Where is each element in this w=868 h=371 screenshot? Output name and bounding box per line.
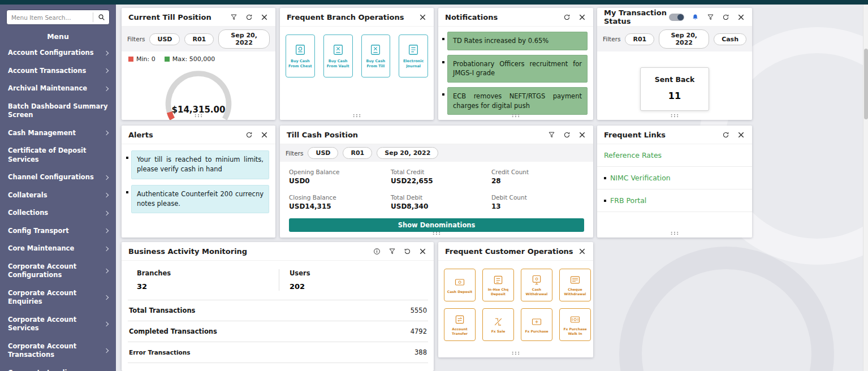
refresh-icon[interactable] <box>244 12 253 21</box>
link-nimc-verification[interactable]: NIMC Verification <box>597 167 752 189</box>
scrollbar[interactable] <box>863 5 868 371</box>
chevron-right-icon <box>104 68 109 73</box>
filter-icon[interactable] <box>706 12 715 21</box>
filter-till-id[interactable]: R01 <box>343 147 372 159</box>
sidebar-item-batch-dashboard-summary-screen[interactable]: Batch Dashboard Summary Screen <box>0 98 116 124</box>
close-icon[interactable] <box>577 130 586 139</box>
close-icon[interactable] <box>577 12 586 21</box>
filter-icon[interactable] <box>547 130 556 139</box>
show-denominations-button[interactable]: Show Denominations <box>289 218 584 232</box>
alert-item[interactable]: Authenticate Counterfeit 200 currecny no… <box>126 185 269 214</box>
status-toggle[interactable] <box>669 14 684 21</box>
sidebar-item-corporate-lending[interactable]: Corporate Lending <box>0 364 116 371</box>
widget-header: Current Till Position <box>122 8 275 27</box>
info-icon[interactable] <box>372 247 381 256</box>
menu-search-input[interactable] <box>7 14 93 21</box>
sidebar-item-cash-management[interactable]: Cash Management <box>0 124 116 143</box>
filter-date[interactable]: Sep 20, 2022 <box>659 29 709 49</box>
close-icon[interactable] <box>260 12 269 21</box>
drag-handle[interactable] <box>670 114 679 118</box>
sidebar-item-corporate-account-transactions[interactable]: Corporate Account Transactions <box>0 338 116 364</box>
drag-handle[interactable] <box>432 231 441 235</box>
electronic-journal-icon <box>407 44 420 56</box>
sidebar-item-config-transport[interactable]: Config Transport <box>0 222 116 240</box>
op-buy-cash-from-vault[interactable]: Buy Cash From Vault <box>323 34 353 77</box>
op-account-transfer[interactable]: Account Transfer <box>444 308 476 341</box>
link-frb-portal[interactable]: FRB Portal <box>597 189 752 212</box>
notification-list: TD Rates increased by 0.65% Probationary… <box>438 27 593 120</box>
drag-handle[interactable] <box>670 231 679 235</box>
till-cash-stats: Opening BalanceUSD0 Total CreditUSD22,65… <box>280 162 593 215</box>
buy-cash-from-vault-icon <box>332 44 344 56</box>
sidebar-item-channel-configurations[interactable]: Channel Configurations <box>0 169 116 187</box>
filter-till-id[interactable]: R01 <box>625 33 654 45</box>
refresh-icon[interactable] <box>562 12 571 21</box>
sidebar-item-corporate-account-configurations[interactable]: Corporate Account Configurations <box>0 258 116 284</box>
filter-till-id[interactable]: R01 <box>184 33 214 45</box>
close-icon[interactable] <box>736 130 745 139</box>
sidebar-item-account-transactions[interactable]: Account Transactions <box>0 62 116 80</box>
stat-debit-count: Debit Count13 <box>491 194 584 210</box>
chevron-right-icon <box>104 131 109 135</box>
op-fx-sale[interactable]: Fx Sale <box>482 308 514 341</box>
refresh-icon[interactable] <box>244 130 253 139</box>
filters-label: Filters <box>286 150 303 157</box>
filter-icon[interactable] <box>387 247 396 256</box>
notification-item[interactable]: ECB removes NEFT/RTGS payment charges fo… <box>442 87 588 115</box>
sidebar-item-core-maintenance[interactable]: Core Maintenance <box>0 240 116 258</box>
filter-currency[interactable]: USD <box>308 147 338 159</box>
op-fx-purchase-walk-in[interactable]: Fx Purchase Walk In <box>559 308 591 341</box>
search-icon[interactable] <box>93 10 109 24</box>
close-icon[interactable] <box>418 247 427 256</box>
close-icon[interactable] <box>418 12 427 21</box>
op-buy-cash-from-till[interactable]: Buy Cash From Till <box>361 34 391 77</box>
notification-item[interactable]: Probationary Officers recruitment for JM… <box>442 55 588 83</box>
filter-currency[interactable]: USD <box>149 33 180 45</box>
sidebar-item-archival-maintenance[interactable]: Archival Maintenance <box>0 80 116 98</box>
drag-handle[interactable] <box>194 114 203 118</box>
op-cash-withdrawal[interactable]: Cash Withdrawal <box>521 269 552 301</box>
bell-icon[interactable] <box>690 12 699 21</box>
filter-date[interactable]: Sep 20, 2022 <box>218 29 270 49</box>
scrollbar-thumb[interactable] <box>864 49 868 119</box>
alert-item[interactable]: Your till is reached to minium limits, p… <box>126 150 269 179</box>
sidebar-item-corporate-account-enquiries[interactable]: Corporate Account Enquiries <box>0 284 116 311</box>
refresh-icon[interactable] <box>721 130 730 139</box>
op-electronic-journal[interactable]: Electronic Journal <box>399 34 428 77</box>
in-hse-chq-deposit-icon <box>493 274 504 286</box>
notification-item[interactable]: TD Rates increased by 0.65% <box>442 32 588 50</box>
chevron-right-icon <box>104 87 109 91</box>
link-reference-rates[interactable]: Reference Rates <box>597 144 752 167</box>
stat-branches: Branches 32 <box>128 269 279 291</box>
sidebar-item-collections[interactable]: Collections <box>0 204 116 222</box>
op-buy-cash-from-chest[interactable]: Buy Cash From Chest <box>286 34 315 77</box>
alert-bullet <box>126 191 128 193</box>
sidebar-item-account-configurations[interactable]: Account Configurations <box>0 44 116 62</box>
refresh-icon[interactable] <box>721 12 730 21</box>
drag-handle[interactable] <box>511 114 520 118</box>
close-icon[interactable] <box>260 130 269 139</box>
drag-handle[interactable] <box>352 114 361 118</box>
bam-top-stats: Branches 32 Users 202 <box>122 261 434 297</box>
sidebar-item-corporate-account-services[interactable]: Corporate Account Services <box>0 311 116 338</box>
op-cheque-withdrawal[interactable]: Cheque Withdrawal <box>559 269 591 301</box>
refresh-icon[interactable] <box>562 130 571 139</box>
fx-purchase-walk-in-icon <box>569 314 581 325</box>
widget-frequent-links: Frequent Links Reference Rates NIMC Veri… <box>597 126 752 238</box>
drag-handle[interactable] <box>511 351 520 355</box>
op-fx-purchase[interactable]: Fx Purchase <box>521 308 552 341</box>
op-in-hse-chq-deposit[interactable]: In-Hse Chq Deposit <box>482 269 514 301</box>
filter-icon[interactable] <box>229 12 238 21</box>
filter-type[interactable]: Cash <box>714 33 746 45</box>
notification-bullet <box>442 93 444 96</box>
status-card-sent-back[interactable]: Sent Back 11 <box>640 67 709 111</box>
refresh-icon[interactable] <box>403 247 412 256</box>
close-icon[interactable] <box>577 247 586 256</box>
widget-title: My Transaction Status <box>604 8 669 25</box>
sidebar-item-certificate-of-deposit-services[interactable]: Certificate of Deposit Services <box>0 142 116 169</box>
sidebar-item-collaterals[interactable]: Collaterals <box>0 187 116 205</box>
op-cash-deposit[interactable]: Cash Deposit <box>444 269 476 301</box>
close-icon[interactable] <box>736 12 745 21</box>
filter-date[interactable]: Sep 20, 2022 <box>377 147 438 159</box>
widget-title: Current Till Position <box>128 13 211 21</box>
